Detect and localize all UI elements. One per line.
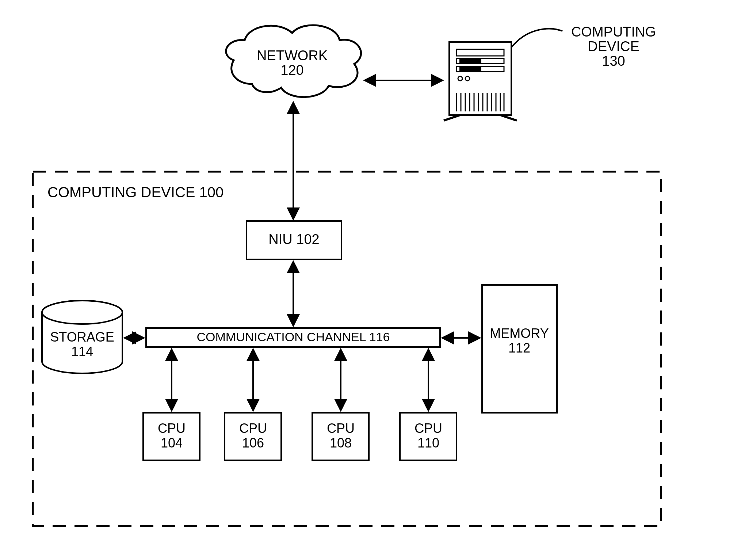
cpu-104-l1: CPU: [158, 421, 186, 436]
svg-line-20: [444, 115, 460, 121]
network-label-2: 120: [280, 62, 303, 78]
remote-label-3: 130: [602, 53, 625, 69]
svg-rect-5: [459, 67, 481, 71]
computing-device-box: [33, 172, 661, 526]
svg-line-21: [500, 115, 517, 121]
cpu-106-l2: 106: [242, 435, 264, 450]
channel-label: COMMUNICATION CHANNEL 116: [197, 330, 390, 344]
cpu-104-l2: 104: [161, 435, 183, 450]
memory-label-2: 112: [508, 340, 530, 355]
cpu-110-l1: CPU: [415, 421, 442, 436]
cpu-group: CPU 104 CPU 106 CPU 108 CPU 110: [143, 350, 457, 460]
cpu-110-l2: 110: [417, 435, 439, 450]
niu-label: NIU 102: [268, 232, 319, 247]
cpu-108-l1: CPU: [327, 421, 355, 436]
storage-label-2: 114: [71, 344, 93, 359]
memory-label-1: MEMORY: [490, 326, 549, 341]
network-label-1: NETWORK: [257, 48, 328, 63]
remote-server: [444, 29, 562, 121]
cpu-106-l1: CPU: [239, 421, 267, 436]
svg-rect-1: [457, 49, 504, 56]
computing-device-label: COMPUTING DEVICE 100: [47, 184, 224, 200]
svg-point-23: [42, 301, 122, 324]
network-cloud: NETWORK 120: [226, 25, 361, 97]
storage-cylinder: STORAGE 114: [42, 301, 122, 373]
architecture-diagram: COMPUTING DEVICE 100 NETWORK 120: [0, 0, 741, 560]
storage-label-1: STORAGE: [50, 329, 114, 344]
cpu-108-l2: 108: [330, 435, 352, 450]
remote-label-2: DEVICE: [588, 39, 639, 54]
remote-label-1: COMPUTING: [571, 24, 656, 39]
svg-rect-3: [459, 59, 481, 63]
